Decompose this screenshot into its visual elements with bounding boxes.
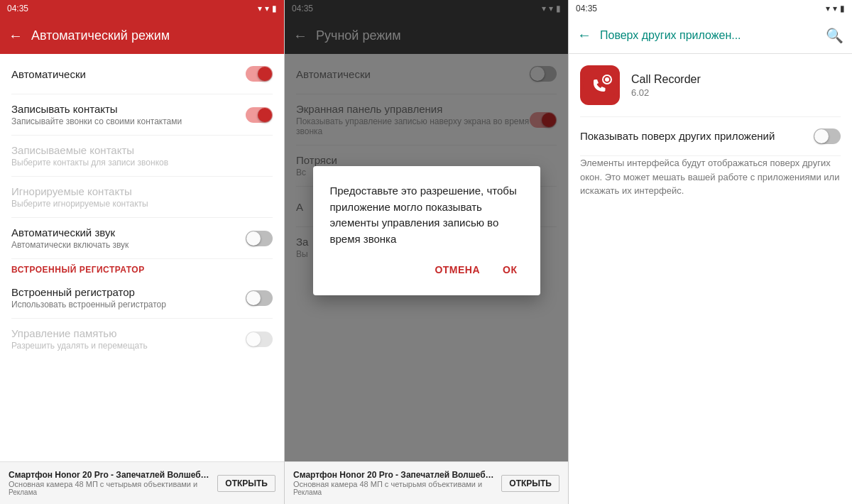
- toggle-builtin-recorder[interactable]: [246, 290, 273, 306]
- section-header-builtin: ВСТРОЕННЫЙ РЕГИСТРАТОР: [0, 259, 284, 278]
- permission-label: Показывать поверх других приложений: [580, 129, 814, 143]
- svg-point-2: [605, 77, 609, 82]
- ad-open-btn-2[interactable]: ОТКРЫТЬ: [501, 475, 559, 492]
- app-version: 6.02: [631, 87, 701, 98]
- permission-desc: Элементы интерфейса будут отображаться п…: [569, 156, 852, 209]
- app-row: Call Recorder 6.02: [569, 54, 852, 116]
- toggle-auto[interactable]: [246, 66, 273, 82]
- ad-banner-1: Смартфон Honor 20 Pro - Запечатлей Волше…: [0, 461, 284, 504]
- wifi-icon-3: ▾: [833, 4, 837, 13]
- ad-subtitle-2: Основная камера 48 МП с четырьмя объекти…: [293, 480, 496, 488]
- signal-icon-1: ▾: [258, 4, 262, 13]
- setting-recorded-contacts: Записываемые контакты Выберите контакты …: [0, 136, 284, 176]
- search-icon-3[interactable]: 🔍: [826, 27, 843, 44]
- content-3: Call Recorder 6.02 Показывать поверх дру…: [569, 54, 852, 504]
- ad-title-2: Смартфон Honor 20 Pro - Запечатлей Волше…: [293, 470, 496, 480]
- setting-auto[interactable]: Автоматически: [0, 54, 284, 94]
- toolbar-title-1: Автоматический режим: [31, 28, 275, 43]
- battery-icon-3: ▮: [840, 4, 845, 13]
- dialog-overlay: Предоставьте это разрешение, чтобы прило…: [285, 0, 568, 461]
- app-icon-call-recorder: [580, 65, 620, 105]
- wifi-icon-1: ▾: [265, 4, 269, 13]
- permission-toggle-row[interactable]: Показывать поверх других приложений: [569, 117, 852, 155]
- toggle-record-contacts[interactable]: [246, 107, 273, 123]
- toggle-memory-mgmt: [246, 332, 273, 347]
- back-button-3[interactable]: ←: [577, 27, 591, 43]
- ad-open-btn-1[interactable]: ОТКРЫТЬ: [217, 475, 275, 492]
- dialog-buttons: ОТМЕНА ОК: [330, 261, 523, 278]
- status-icons-1: ▾ ▾ ▮: [258, 4, 277, 13]
- status-time-1: 04:35: [7, 4, 28, 13]
- toggle-mm-thumb: [246, 332, 261, 346]
- toolbar-1: ← Автоматический режим: [0, 17, 284, 54]
- toggle-op-thumb: [814, 129, 829, 143]
- permission-dialog: Предоставьте это разрешение, чтобы прило…: [313, 166, 540, 295]
- svg-point-0: [583, 68, 617, 102]
- ad-label-1: Реклама: [9, 488, 212, 496]
- setting-br-title: Встроенный регистратор: [11, 286, 246, 298]
- app-name: Call Recorder: [631, 73, 701, 86]
- setting-br-subtitle: Использовать встроенный регистратор: [11, 300, 246, 309]
- toggle-auto-sound[interactable]: [246, 231, 273, 246]
- toggle-rc-thumb: [258, 108, 272, 122]
- status-bar-1: 04:35 ▾ ▾ ▮: [0, 0, 284, 17]
- status-icons-3: ▾ ▾ ▮: [826, 4, 845, 13]
- setting-rdc-subtitle: Выберите контакты для записи звонков: [11, 158, 273, 168]
- toggle-as-thumb: [246, 231, 261, 246]
- back-button-1[interactable]: ←: [9, 28, 23, 44]
- call-recorder-svg: [583, 68, 617, 102]
- setting-record-contacts[interactable]: Записывать контакты Записывайте звонки с…: [0, 94, 284, 135]
- battery-icon-1: ▮: [272, 4, 277, 13]
- status-time-3: 04:35: [576, 4, 597, 13]
- dialog-text: Предоставьте это разрешение, чтобы прило…: [330, 183, 523, 247]
- toggle-overlay-permission[interactable]: [814, 128, 841, 144]
- toggle-br-thumb: [246, 291, 261, 305]
- setting-memory-mgmt: Управление памятью Разрешить удалять и п…: [0, 319, 284, 359]
- setting-ic-subtitle: Выберите игнорируемые контакты: [11, 199, 273, 209]
- ad-content-2: Смартфон Honor 20 Pro - Запечатлей Волше…: [293, 470, 496, 496]
- ad-subtitle-1: Основная камера 48 МП с четырьмя объекти…: [9, 480, 212, 488]
- status-bar-3: 04:35 ▾ ▾ ▮: [569, 0, 852, 17]
- setting-auto-sound[interactable]: Автоматический звук Автоматически включа…: [0, 218, 284, 258]
- signal-icon-3: ▾: [826, 4, 830, 13]
- app-info: Call Recorder 6.02: [631, 73, 701, 98]
- ad-banner-2: Смартфон Honor 20 Pro - Запечатлей Волше…: [285, 461, 568, 504]
- panel-automatic-mode: 04:35 ▾ ▾ ▮ ← Автоматический режим Автом…: [0, 0, 284, 504]
- setting-mm-subtitle: Разрешить удалять и перемещать: [11, 341, 246, 351]
- setting-as-title: Автоматический звук: [11, 226, 246, 239]
- ad-content-1: Смартфон Honor 20 Pro - Запечатлей Волше…: [9, 470, 212, 496]
- setting-auto-title: Автоматически: [11, 68, 246, 80]
- setting-ic-title: Игнорируемые контакты: [11, 185, 273, 197]
- ad-title-1: Смартфон Honor 20 Pro - Запечатлей Волше…: [9, 470, 212, 480]
- panel-manual-mode: 04:35 ▾ ▾ ▮ ← Ручной режим Автоматически…: [284, 0, 568, 504]
- dialog-cancel-btn[interactable]: ОТМЕНА: [429, 261, 486, 278]
- toggle-auto-thumb: [258, 67, 272, 81]
- ad-label-2: Реклама: [293, 488, 496, 496]
- content-1: Автоматически Записывать контакты Записы…: [0, 54, 284, 461]
- setting-rc-title: Записывать контакты: [11, 103, 246, 115]
- setting-rc-subtitle: Записывайте звонки со своими контактами: [11, 116, 246, 126]
- setting-ignored-contacts: Игнорируемые контакты Выберите игнорируе…: [0, 177, 284, 217]
- toolbar-3: ← Поверх других приложен... 🔍: [569, 17, 852, 54]
- panel-overlay-permission: 04:35 ▾ ▾ ▮ ← Поверх других приложен... …: [568, 0, 852, 504]
- setting-rdc-title: Записываемые контакты: [11, 144, 273, 156]
- toolbar-title-3: Поверх других приложен...: [600, 29, 817, 42]
- setting-as-subtitle: Автоматически включать звук: [11, 240, 246, 250]
- setting-mm-title: Управление памятью: [11, 327, 246, 339]
- dialog-ok-btn[interactable]: ОК: [497, 261, 523, 278]
- setting-builtin-recorder[interactable]: Встроенный регистратор Использовать встр…: [0, 278, 284, 318]
